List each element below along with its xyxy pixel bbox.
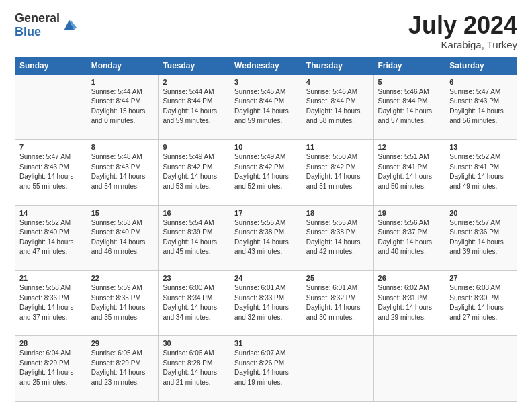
logo: General Blue [15, 12, 77, 39]
day-cell [373, 336, 445, 402]
day-info: Sunrise: 5:52 AMSunset: 8:40 PMDaylight:… [19, 218, 83, 257]
day-info: Sunrise: 6:04 AMSunset: 8:29 PMDaylight:… [19, 349, 83, 387]
day-info: Sunrise: 5:44 AMSunset: 8:44 PMDaylight:… [91, 87, 154, 126]
page: General Blue July 2024 Karabiga, Turkey … [0, 0, 532, 411]
day-cell: 10Sunrise: 5:49 AMSunset: 8:42 PMDayligh… [230, 140, 302, 205]
day-info: Sunrise: 5:46 AMSunset: 8:44 PMDaylight:… [306, 87, 369, 126]
day-cell: 28Sunrise: 6:04 AMSunset: 8:29 PMDayligh… [15, 336, 87, 402]
day-number: 3 [234, 78, 298, 86]
day-info: Sunrise: 5:47 AMSunset: 8:43 PMDaylight:… [19, 152, 83, 191]
day-number: 1 [91, 78, 154, 86]
day-number: 8 [91, 143, 154, 151]
day-cell: 23Sunrise: 6:00 AMSunset: 8:34 PMDayligh… [159, 271, 230, 336]
day-cell: 11Sunrise: 5:50 AMSunset: 8:42 PMDayligh… [302, 140, 373, 205]
day-cell: 19Sunrise: 5:56 AMSunset: 8:37 PMDayligh… [373, 205, 445, 270]
day-number: 20 [449, 209, 513, 217]
day-number: 23 [163, 274, 226, 282]
header: General Blue July 2024 Karabiga, Turkey [15, 12, 517, 50]
day-info: Sunrise: 5:58 AMSunset: 8:36 PMDaylight:… [19, 283, 83, 322]
day-number: 14 [19, 209, 83, 217]
day-cell: 29Sunrise: 6:05 AMSunset: 8:29 PMDayligh… [87, 336, 159, 402]
day-number: 5 [378, 78, 441, 86]
day-info: Sunrise: 5:52 AMSunset: 8:41 PMDaylight:… [449, 152, 513, 191]
day-info: Sunrise: 5:49 AMSunset: 8:42 PMDaylight:… [234, 152, 298, 191]
day-number: 27 [449, 274, 513, 282]
day-number: 28 [19, 339, 83, 347]
day-cell: 24Sunrise: 6:01 AMSunset: 8:33 PMDayligh… [230, 271, 302, 336]
day-number: 15 [91, 209, 154, 217]
day-number: 18 [306, 209, 369, 217]
day-number: 4 [306, 78, 369, 86]
day-info: Sunrise: 5:51 AMSunset: 8:41 PMDaylight:… [378, 152, 441, 191]
day-info: Sunrise: 5:59 AMSunset: 8:35 PMDaylight:… [91, 283, 154, 322]
day-number: 11 [306, 143, 369, 151]
day-number: 25 [306, 274, 369, 282]
day-number: 22 [91, 274, 154, 282]
day-info: Sunrise: 5:54 AMSunset: 8:39 PMDaylight:… [163, 218, 226, 257]
day-number: 9 [163, 143, 226, 151]
day-cell: 16Sunrise: 5:54 AMSunset: 8:39 PMDayligh… [159, 205, 230, 270]
day-cell: 18Sunrise: 5:55 AMSunset: 8:38 PMDayligh… [302, 205, 373, 270]
day-number: 26 [378, 274, 441, 282]
day-cell: 25Sunrise: 6:01 AMSunset: 8:32 PMDayligh… [302, 271, 373, 336]
day-info: Sunrise: 6:01 AMSunset: 8:33 PMDaylight:… [234, 283, 298, 322]
day-info: Sunrise: 5:56 AMSunset: 8:37 PMDaylight:… [378, 218, 441, 257]
day-number: 30 [163, 339, 226, 347]
header-sunday: Sunday [15, 57, 87, 74]
day-cell: 14Sunrise: 5:52 AMSunset: 8:40 PMDayligh… [15, 205, 87, 270]
day-info: Sunrise: 5:53 AMSunset: 8:40 PMDaylight:… [91, 218, 154, 257]
location: Karabiga, Turkey [408, 39, 517, 50]
header-thursday: Thursday [302, 57, 373, 74]
day-cell: 2Sunrise: 5:44 AMSunset: 8:44 PMDaylight… [159, 74, 230, 139]
header-monday: Monday [87, 57, 159, 74]
day-info: Sunrise: 6:01 AMSunset: 8:32 PMDaylight:… [306, 283, 369, 322]
day-info: Sunrise: 5:47 AMSunset: 8:43 PMDaylight:… [449, 87, 513, 126]
day-cell: 13Sunrise: 5:52 AMSunset: 8:41 PMDayligh… [445, 140, 517, 205]
day-cell: 6Sunrise: 5:47 AMSunset: 8:43 PMDaylight… [445, 74, 517, 139]
week-row-2: 7Sunrise: 5:47 AMSunset: 8:43 PMDaylight… [15, 140, 517, 205]
day-number: 10 [234, 143, 298, 151]
day-cell: 9Sunrise: 5:49 AMSunset: 8:42 PMDaylight… [159, 140, 230, 205]
day-cell: 12Sunrise: 5:51 AMSunset: 8:41 PMDayligh… [373, 140, 445, 205]
day-info: Sunrise: 6:03 AMSunset: 8:30 PMDaylight:… [449, 283, 513, 322]
day-number: 13 [449, 143, 513, 151]
logo-blue: Blue [15, 26, 60, 39]
day-number: 24 [234, 274, 298, 282]
day-info: Sunrise: 5:55 AMSunset: 8:38 PMDaylight:… [234, 218, 298, 257]
week-row-5: 28Sunrise: 6:04 AMSunset: 8:29 PMDayligh… [15, 336, 517, 402]
day-number: 19 [378, 209, 441, 217]
day-number: 16 [163, 209, 226, 217]
month-title: July 2024 [408, 12, 517, 39]
day-info: Sunrise: 6:05 AMSunset: 8:29 PMDaylight:… [91, 349, 154, 387]
day-cell: 20Sunrise: 5:57 AMSunset: 8:36 PMDayligh… [445, 205, 517, 270]
day-info: Sunrise: 5:48 AMSunset: 8:43 PMDaylight:… [91, 152, 154, 191]
day-cell: 4Sunrise: 5:46 AMSunset: 8:44 PMDaylight… [302, 74, 373, 139]
header-friday: Friday [373, 57, 445, 74]
day-number: 31 [234, 339, 298, 347]
day-info: Sunrise: 6:02 AMSunset: 8:31 PMDaylight:… [378, 283, 441, 322]
day-cell: 3Sunrise: 5:45 AMSunset: 8:44 PMDaylight… [230, 74, 302, 139]
day-info: Sunrise: 5:45 AMSunset: 8:44 PMDaylight:… [234, 87, 298, 126]
header-saturday: Saturday [445, 57, 517, 74]
day-info: Sunrise: 5:57 AMSunset: 8:36 PMDaylight:… [449, 218, 513, 257]
day-cell: 5Sunrise: 5:46 AMSunset: 8:44 PMDaylight… [373, 74, 445, 139]
day-info: Sunrise: 5:50 AMSunset: 8:42 PMDaylight:… [306, 152, 369, 191]
logo-icon [62, 17, 77, 32]
header-tuesday: Tuesday [159, 57, 230, 74]
day-cell [15, 74, 87, 139]
day-cell [445, 336, 517, 402]
day-number: 17 [234, 209, 298, 217]
day-cell [302, 336, 373, 402]
day-cell: 22Sunrise: 5:59 AMSunset: 8:35 PMDayligh… [87, 271, 159, 336]
day-number: 6 [449, 78, 513, 86]
day-cell: 8Sunrise: 5:48 AMSunset: 8:43 PMDaylight… [87, 140, 159, 205]
day-cell: 7Sunrise: 5:47 AMSunset: 8:43 PMDaylight… [15, 140, 87, 205]
day-cell: 26Sunrise: 6:02 AMSunset: 8:31 PMDayligh… [373, 271, 445, 336]
day-info: Sunrise: 5:46 AMSunset: 8:44 PMDaylight:… [378, 87, 441, 126]
day-number: 2 [163, 78, 226, 86]
day-number: 29 [91, 339, 154, 347]
day-cell: 27Sunrise: 6:03 AMSunset: 8:30 PMDayligh… [445, 271, 517, 336]
week-row-1: 1Sunrise: 5:44 AMSunset: 8:44 PMDaylight… [15, 74, 517, 139]
day-number: 21 [19, 274, 83, 282]
day-cell: 1Sunrise: 5:44 AMSunset: 8:44 PMDaylight… [87, 74, 159, 139]
